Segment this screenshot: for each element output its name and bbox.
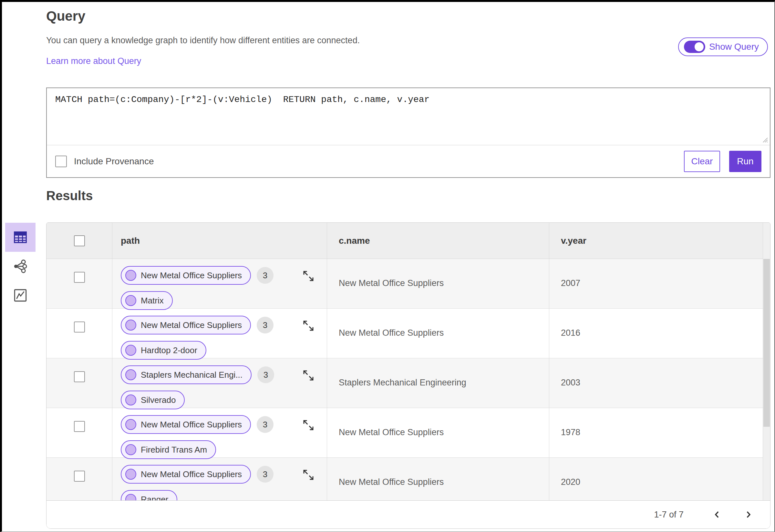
node-dot-icon — [125, 469, 136, 480]
clear-button[interactable]: Clear — [684, 151, 720, 172]
path-node-pill[interactable]: Firebird Trans Am — [121, 440, 216, 459]
path-count-badge: 3 — [257, 416, 273, 433]
prev-page-button[interactable] — [711, 508, 724, 521]
query-toolbar: Include Provenance Clear Run — [47, 145, 770, 177]
path-cell: New Metal Office Suppliers 3 Ranger — [112, 458, 327, 501]
node-dot-icon — [125, 295, 136, 306]
vyear-value: 2007 — [549, 259, 763, 308]
column-header-path: path — [112, 223, 327, 259]
show-query-label: Show Query — [709, 42, 759, 52]
expand-icon[interactable] — [301, 468, 315, 482]
table-footer: 1-7 of 7 — [46, 500, 770, 528]
row-checkbox[interactable] — [74, 371, 85, 382]
select-all-checkbox[interactable] — [74, 235, 85, 246]
node-dot-icon — [125, 419, 136, 430]
path-node-pill[interactable]: Ranger — [121, 490, 177, 501]
path-node-label: New Metal Office Suppliers — [141, 271, 242, 281]
path-node-label: Firebird Trans Am — [141, 445, 207, 455]
row-checkbox[interactable] — [74, 322, 85, 333]
node-dot-icon — [125, 494, 136, 501]
path-node-label: New Metal Office Suppliers — [141, 320, 242, 330]
node-dot-icon — [125, 320, 136, 331]
path-cell: New Metal Office Suppliers 3 Firebird Tr… — [112, 408, 327, 457]
node-dot-icon — [125, 345, 136, 356]
line-chart-icon — [13, 288, 28, 303]
chevron-right-icon — [743, 510, 753, 519]
expand-icon[interactable] — [301, 418, 315, 432]
learn-more-link[interactable]: Learn more about Query — [46, 56, 141, 66]
cname-value: New Metal Office Suppliers — [327, 259, 549, 308]
main-content: Query You can query a knowledge graph to… — [46, 2, 770, 532]
path-node-pill[interactable]: Silverado — [121, 391, 185, 409]
row-checkbox[interactable] — [74, 272, 85, 283]
query-editor: MATCH path=(c:Company)-[r*2]-(v:Vehicle)… — [47, 88, 770, 145]
results-view-rail — [5, 223, 36, 310]
path-count-badge: 3 — [257, 317, 273, 333]
cname-value: Staplers Mechanical Engineering — [327, 358, 549, 408]
path-cell: Staplers Mechanical Engi... 3 Silverado — [112, 358, 327, 408]
network-graph-icon — [13, 259, 28, 274]
path-node-pill[interactable]: Staplers Mechanical Engi... — [121, 365, 251, 384]
node-dot-icon — [125, 270, 136, 281]
pagination-label: 1-7 of 7 — [654, 510, 684, 520]
run-button[interactable]: Run — [729, 151, 761, 172]
app-window: Query You can query a knowledge graph to… — [0, 0, 775, 532]
vyear-value: 2020 — [549, 458, 763, 501]
path-node-pill[interactable]: Matrix — [121, 291, 173, 310]
path-node-pill[interactable]: Hardtop 2-door — [121, 341, 206, 360]
vyear-value: 1978 — [549, 408, 763, 457]
row-checkbox[interactable] — [74, 421, 85, 432]
path-node-pill[interactable]: New Metal Office Suppliers — [121, 266, 251, 285]
view-graph-button[interactable] — [5, 252, 36, 281]
cname-value: New Metal Office Suppliers — [327, 408, 549, 457]
table-header-row: path c.name v.year — [46, 223, 770, 259]
expand-icon[interactable] — [301, 319, 315, 333]
include-provenance-label: Include Provenance — [74, 156, 154, 167]
node-dot-icon — [125, 369, 136, 380]
include-provenance-checkbox[interactable] — [55, 156, 67, 167]
path-cell: New Metal Office Suppliers 3 Matrix — [112, 259, 327, 308]
path-node-label: Matrix — [141, 296, 164, 306]
node-dot-icon — [125, 444, 136, 455]
column-header-vyear: v.year — [549, 223, 763, 259]
path-node-label: Silverado — [141, 395, 176, 405]
table-row: New Metal Office Suppliers 3 Matrix New … — [46, 259, 770, 309]
view-table-button[interactable] — [5, 223, 36, 252]
vyear-value: 2016 — [549, 309, 763, 358]
path-node-label: Ranger — [141, 495, 168, 501]
toggle-knob — [694, 41, 705, 52]
show-query-toggle[interactable]: Show Query — [678, 37, 768, 56]
table-scrollbar[interactable] — [763, 223, 770, 501]
view-chart-button[interactable] — [5, 281, 36, 310]
path-node-label: New Metal Office Suppliers — [141, 469, 242, 479]
results-title: Results — [46, 189, 93, 203]
row-checkbox[interactable] — [74, 471, 85, 482]
path-node-label: Hardtop 2-door — [141, 345, 197, 355]
scrollbar-thumb[interactable] — [763, 259, 770, 427]
table-row: Staplers Mechanical Engi... 3 Silverado … — [46, 358, 770, 408]
page-title: Query — [46, 8, 85, 24]
table-row: New Metal Office Suppliers 3 Firebird Tr… — [46, 408, 770, 458]
expand-icon[interactable] — [301, 269, 315, 283]
table-view-icon — [13, 230, 28, 245]
page-description: You can query a knowledge graph to ident… — [46, 36, 360, 46]
path-node-label: New Metal Office Suppliers — [141, 420, 242, 430]
resize-grip-icon[interactable] — [761, 136, 768, 143]
path-count-badge: 3 — [257, 267, 273, 284]
toggle-switch-on-icon — [684, 41, 705, 53]
path-count-badge: 3 — [257, 466, 273, 483]
vyear-value: 2003 — [549, 358, 763, 408]
cname-value: New Metal Office Suppliers — [327, 458, 549, 501]
next-page-button[interactable] — [742, 508, 755, 521]
node-dot-icon — [125, 394, 136, 405]
table-row: New Metal Office Suppliers 3 Hardtop 2-d… — [46, 309, 770, 358]
path-node-pill[interactable]: New Metal Office Suppliers — [121, 316, 251, 334]
path-node-pill[interactable]: New Metal Office Suppliers — [121, 465, 251, 484]
column-header-cname: c.name — [327, 223, 549, 259]
path-count-badge: 3 — [257, 366, 274, 383]
path-cell: New Metal Office Suppliers 3 Hardtop 2-d… — [112, 309, 327, 358]
table-row: New Metal Office Suppliers 3 Ranger New … — [46, 458, 770, 501]
path-node-pill[interactable]: New Metal Office Suppliers — [121, 415, 251, 434]
expand-icon[interactable] — [301, 369, 315, 382]
query-input[interactable]: MATCH path=(c:Company)-[r*2]-(v:Vehicle)… — [47, 88, 770, 145]
